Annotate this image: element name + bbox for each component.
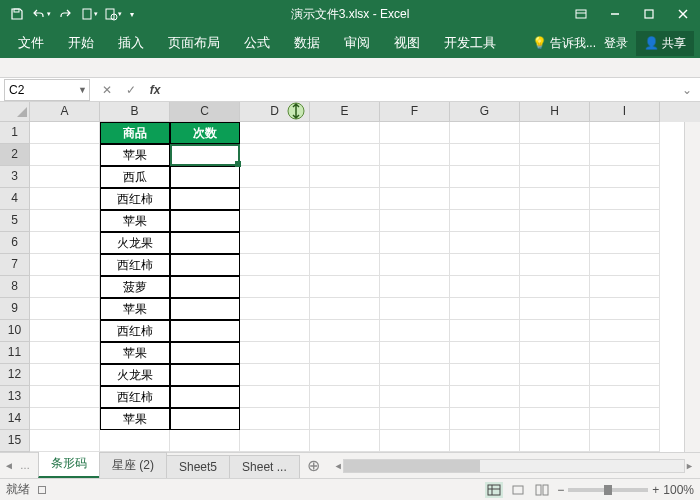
cell-F7[interactable] bbox=[380, 254, 450, 276]
row-header-2[interactable]: 2 bbox=[0, 144, 30, 166]
cell-B3[interactable]: 西瓜 bbox=[100, 166, 170, 188]
cell-H8[interactable] bbox=[520, 276, 590, 298]
cell-A4[interactable] bbox=[30, 188, 100, 210]
cell-G12[interactable] bbox=[450, 364, 520, 386]
cell-D8[interactable] bbox=[240, 276, 310, 298]
cell-I15[interactable] bbox=[590, 430, 660, 452]
tell-me[interactable]: 💡告诉我... bbox=[532, 35, 596, 52]
formula-input[interactable] bbox=[168, 83, 680, 97]
cell-F3[interactable] bbox=[380, 166, 450, 188]
cell-G5[interactable] bbox=[450, 210, 520, 232]
cell-E3[interactable] bbox=[310, 166, 380, 188]
column-header-F[interactable]: F bbox=[380, 102, 450, 122]
zoom-out-button[interactable]: − bbox=[557, 483, 564, 497]
macro-record-icon[interactable] bbox=[38, 486, 46, 494]
ribbon-tab-5[interactable]: 数据 bbox=[282, 28, 332, 58]
cell-H12[interactable] bbox=[520, 364, 590, 386]
cell-E12[interactable] bbox=[310, 364, 380, 386]
cell-A3[interactable] bbox=[30, 166, 100, 188]
cell-I8[interactable] bbox=[590, 276, 660, 298]
cell-A7[interactable] bbox=[30, 254, 100, 276]
ribbon-tab-2[interactable]: 插入 bbox=[106, 28, 156, 58]
cell-D11[interactable] bbox=[240, 342, 310, 364]
cell-H6[interactable] bbox=[520, 232, 590, 254]
undo-button[interactable]: ▾ bbox=[30, 3, 52, 25]
new-button[interactable]: ▾ bbox=[78, 3, 100, 25]
cell-I3[interactable] bbox=[590, 166, 660, 188]
cell-G13[interactable] bbox=[450, 386, 520, 408]
cell-G4[interactable] bbox=[450, 188, 520, 210]
cell-B10[interactable]: 西红柿 bbox=[100, 320, 170, 342]
save-button[interactable] bbox=[6, 3, 28, 25]
cell-D15[interactable] bbox=[240, 430, 310, 452]
cell-I10[interactable] bbox=[590, 320, 660, 342]
qat-customize[interactable]: ▾ bbox=[126, 3, 138, 25]
enter-formula-button[interactable]: ✓ bbox=[120, 80, 142, 100]
cell-I2[interactable] bbox=[590, 144, 660, 166]
cell-H9[interactable] bbox=[520, 298, 590, 320]
cell-B8[interactable]: 菠萝 bbox=[100, 276, 170, 298]
row-header-7[interactable]: 7 bbox=[0, 254, 30, 276]
cell-H10[interactable] bbox=[520, 320, 590, 342]
cell-F12[interactable] bbox=[380, 364, 450, 386]
cell-A9[interactable] bbox=[30, 298, 100, 320]
cell-G15[interactable] bbox=[450, 430, 520, 452]
cell-A15[interactable] bbox=[30, 430, 100, 452]
cell-I12[interactable] bbox=[590, 364, 660, 386]
cell-A5[interactable] bbox=[30, 210, 100, 232]
cell-I9[interactable] bbox=[590, 298, 660, 320]
cell-I11[interactable] bbox=[590, 342, 660, 364]
cell-E7[interactable] bbox=[310, 254, 380, 276]
row-header-13[interactable]: 13 bbox=[0, 386, 30, 408]
cell-A2[interactable] bbox=[30, 144, 100, 166]
cell-B4[interactable]: 西红柿 bbox=[100, 188, 170, 210]
cell-B15[interactable] bbox=[100, 430, 170, 452]
normal-view-button[interactable] bbox=[485, 482, 503, 498]
cell-D4[interactable] bbox=[240, 188, 310, 210]
sheet-tab-1[interactable]: 星座 (2) bbox=[99, 452, 167, 478]
ribbon-tab-1[interactable]: 开始 bbox=[56, 28, 106, 58]
cell-D12[interactable] bbox=[240, 364, 310, 386]
cell-I6[interactable] bbox=[590, 232, 660, 254]
cell-F9[interactable] bbox=[380, 298, 450, 320]
cell-C2[interactable] bbox=[170, 144, 240, 166]
cell-C13[interactable] bbox=[170, 386, 240, 408]
zoom-level[interactable]: 100% bbox=[663, 483, 694, 497]
sheet-tab-0[interactable]: 条形码 bbox=[38, 450, 100, 478]
close-button[interactable] bbox=[666, 0, 700, 28]
cell-F10[interactable] bbox=[380, 320, 450, 342]
cell-H5[interactable] bbox=[520, 210, 590, 232]
share-button[interactable]: 👤共享 bbox=[636, 31, 694, 56]
sheet-nav-prev[interactable]: ◄ bbox=[4, 460, 18, 471]
fx-button[interactable]: fx bbox=[144, 80, 166, 100]
cell-C10[interactable] bbox=[170, 320, 240, 342]
cell-I4[interactable] bbox=[590, 188, 660, 210]
cell-E9[interactable] bbox=[310, 298, 380, 320]
row-header-1[interactable]: 1 bbox=[0, 122, 30, 144]
column-header-C[interactable]: C bbox=[170, 102, 240, 122]
cell-D5[interactable] bbox=[240, 210, 310, 232]
ribbon-tab-4[interactable]: 公式 bbox=[232, 28, 282, 58]
row-header-9[interactable]: 9 bbox=[0, 298, 30, 320]
cell-C4[interactable] bbox=[170, 188, 240, 210]
ribbon-tab-8[interactable]: 开发工具 bbox=[432, 28, 508, 58]
cell-H13[interactable] bbox=[520, 386, 590, 408]
cell-C14[interactable] bbox=[170, 408, 240, 430]
cell-H7[interactable] bbox=[520, 254, 590, 276]
cell-G1[interactable] bbox=[450, 122, 520, 144]
cell-G2[interactable] bbox=[450, 144, 520, 166]
row-header-4[interactable]: 4 bbox=[0, 188, 30, 210]
zoom-slider[interactable] bbox=[568, 488, 648, 492]
cell-C15[interactable] bbox=[170, 430, 240, 452]
cell-F8[interactable] bbox=[380, 276, 450, 298]
ribbon-options-button[interactable] bbox=[564, 0, 598, 28]
row-header-14[interactable]: 14 bbox=[0, 408, 30, 430]
cell-G7[interactable] bbox=[450, 254, 520, 276]
cell-D7[interactable] bbox=[240, 254, 310, 276]
cell-C8[interactable] bbox=[170, 276, 240, 298]
cell-G10[interactable] bbox=[450, 320, 520, 342]
cell-H11[interactable] bbox=[520, 342, 590, 364]
cell-C7[interactable] bbox=[170, 254, 240, 276]
maximize-button[interactable] bbox=[632, 0, 666, 28]
cell-G8[interactable] bbox=[450, 276, 520, 298]
